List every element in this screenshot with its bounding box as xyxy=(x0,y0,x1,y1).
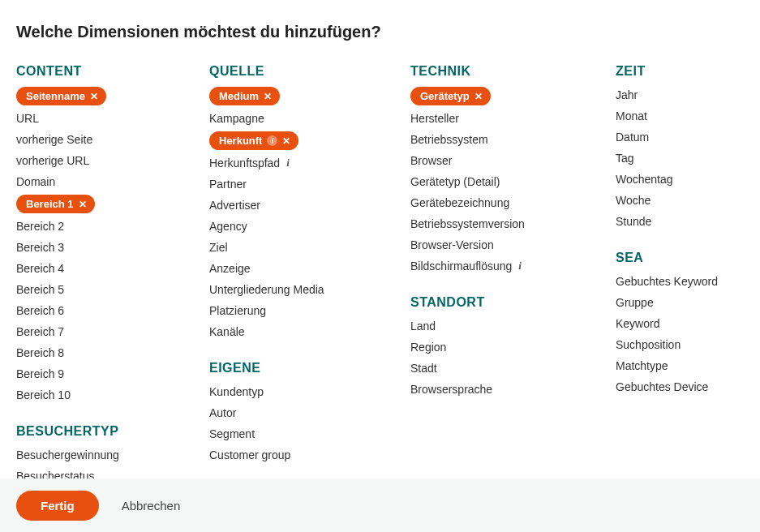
info-icon[interactable]: i xyxy=(286,157,290,169)
dimension-item-label: Autor xyxy=(209,406,236,419)
dimension-item[interactable]: Gerätetyp (Detail) xyxy=(410,174,593,190)
dimension-item[interactable]: Monat xyxy=(616,108,760,124)
dimension-item[interactable]: Partner xyxy=(209,176,388,192)
dimension-item[interactable]: Betriebssystem xyxy=(410,131,593,148)
dimension-item[interactable]: Bereich 9 xyxy=(16,366,187,382)
dimension-item-label: Browsersprache xyxy=(410,383,492,396)
dimension-item[interactable]: Betriebssystemversion xyxy=(410,216,593,232)
dimension-item[interactable]: Woche xyxy=(616,192,760,208)
dimension-item[interactable]: Jahr xyxy=(616,87,760,103)
dimension-item[interactable]: Bereich 7 xyxy=(16,324,187,340)
dimension-item-label: Anzeige xyxy=(209,262,251,275)
dimension-item[interactable]: Gerätebezeichnung xyxy=(410,195,593,211)
dimension-chip[interactable]: Bereich 1✕ xyxy=(16,195,95,213)
dimension-item[interactable]: Tag xyxy=(616,150,760,166)
remove-icon[interactable]: ✕ xyxy=(79,200,87,209)
dimension-item[interactable]: Matchtype xyxy=(616,358,760,374)
group-quelle: QUELLEMedium✕KampagneHerkunfti✕Herkunfts… xyxy=(209,64,388,340)
dimension-item[interactable]: Browser xyxy=(410,152,593,169)
dimension-chip-label: Bereich 1 xyxy=(26,198,74,210)
dimension-item-label: Gebuchtes Device xyxy=(616,380,708,393)
dimension-item-label: Kundentyp xyxy=(209,385,264,398)
dimension-item-label: Bereich 3 xyxy=(16,241,64,254)
dimension-item[interactable]: Platzierung xyxy=(209,302,388,319)
dimension-item-label: Tag xyxy=(616,152,634,165)
remove-icon[interactable]: ✕ xyxy=(282,136,290,146)
dimension-item[interactable]: Gebuchtes Device xyxy=(616,379,760,395)
dimension-item[interactable]: Keyword xyxy=(616,315,760,332)
dimension-item[interactable]: Land xyxy=(410,318,593,334)
dimension-item[interactable]: Kundentyp xyxy=(209,384,388,400)
dimension-chip[interactable]: Herkunfti✕ xyxy=(209,131,298,150)
dimension-item[interactable]: Stunde xyxy=(616,213,760,230)
dimension-item[interactable]: Browser-Version xyxy=(410,237,593,253)
dimension-item[interactable]: Bereich 8 xyxy=(16,345,187,361)
dimension-item[interactable]: Advertiser xyxy=(209,197,388,213)
cancel-button[interactable]: Abbrechen xyxy=(122,499,181,513)
dimension-item[interactable]: Hersteller xyxy=(410,110,593,127)
remove-icon[interactable]: ✕ xyxy=(474,92,483,101)
dimension-item[interactable]: Bildschirmauflösungi xyxy=(410,258,593,274)
dimension-item-label: Untergliederung Media xyxy=(209,283,324,296)
dimension-item[interactable]: Bereich 5 xyxy=(16,281,187,298)
dimension-item[interactable]: Suchposition xyxy=(616,337,760,353)
dimension-item-label: Besucherstatus xyxy=(16,470,95,478)
dimension-chip[interactable]: Gerätetyp✕ xyxy=(410,87,491,105)
dimension-item[interactable]: Kampagne xyxy=(209,110,388,127)
dimension-item[interactable]: Datum xyxy=(616,129,760,145)
dimension-item-label: Bereich 9 xyxy=(16,367,64,380)
info-icon[interactable]: i xyxy=(267,135,277,146)
dimension-chip[interactable]: Medium✕ xyxy=(209,87,280,105)
dimension-chip[interactable]: Seitenname✕ xyxy=(16,87,106,105)
dimension-item-label: Bereich 10 xyxy=(16,388,71,401)
dimension-item-label: Monat xyxy=(616,109,647,122)
group-heading-besuchertyp: BESUCHERTYP xyxy=(16,424,187,439)
dimension-item[interactable]: Browsersprache xyxy=(410,381,593,397)
dimension-item[interactable]: Region xyxy=(410,339,593,355)
dimension-item-label: Stunde xyxy=(616,215,651,228)
dimension-item[interactable]: URL xyxy=(16,110,187,127)
remove-icon[interactable]: ✕ xyxy=(264,92,272,101)
dimension-item[interactable]: Bereich 6 xyxy=(16,302,187,319)
dimension-item[interactable]: Ziel xyxy=(209,239,388,255)
group-heading-standort: STANDORT xyxy=(410,295,593,310)
dimension-item-label: Betriebssystem xyxy=(410,133,488,146)
dimension-item[interactable]: Domain xyxy=(16,174,187,190)
dimension-item[interactable]: Herkunftspfadi xyxy=(209,155,388,171)
group-heading-technik: TECHNIK xyxy=(410,64,593,79)
group-zeit: ZEITJahrMonatDatumTagWochentagWocheStund… xyxy=(616,64,760,230)
dimension-item[interactable]: Autor xyxy=(209,405,388,421)
dimension-item[interactable]: Customer group xyxy=(209,447,388,463)
group-technik: TECHNIKGerätetyp✕HerstellerBetriebssyste… xyxy=(410,64,593,274)
dimension-item[interactable]: Anzeige xyxy=(209,260,388,277)
dimension-item[interactable]: Wochentag xyxy=(616,171,760,187)
dimension-item[interactable]: Besuchergewinnung xyxy=(16,447,187,463)
done-button[interactable]: Fertig xyxy=(16,491,99,521)
dimension-item-label: vorherige URL xyxy=(16,154,89,167)
dimension-item[interactable]: Kanäle xyxy=(209,324,388,340)
dimension-item[interactable]: Bereich 10 xyxy=(16,387,187,403)
dimension-item[interactable]: Bereich 2 xyxy=(16,218,187,234)
group-heading-quelle: QUELLE xyxy=(209,64,388,79)
column-2: QUELLEMedium✕KampagneHerkunfti✕Herkunfts… xyxy=(209,64,388,478)
dimension-item-label: Bereich 7 xyxy=(16,325,64,338)
dimension-item[interactable]: Besucherstatus xyxy=(16,468,187,478)
dimension-item[interactable]: Bereich 3 xyxy=(16,239,187,255)
dimension-item[interactable]: vorherige Seite xyxy=(16,131,187,148)
dimension-item[interactable]: Bereich 4 xyxy=(16,260,187,277)
dimension-item[interactable]: Agency xyxy=(209,218,388,234)
dimension-item[interactable]: Gebuchtes Keyword xyxy=(616,273,760,290)
dimension-item[interactable]: Stadt xyxy=(410,360,593,376)
dimension-item-label: Stadt xyxy=(410,362,437,375)
dimension-item[interactable]: vorherige URL xyxy=(16,152,187,169)
dimension-item-label: Bereich 8 xyxy=(16,346,64,359)
info-icon[interactable]: i xyxy=(518,260,522,272)
dimension-item[interactable]: Untergliederung Media xyxy=(209,281,388,298)
dimension-chip-label: Seitenname xyxy=(26,90,85,102)
dimension-item-label: Land xyxy=(410,320,436,332)
dimension-item[interactable]: Segment xyxy=(209,426,388,442)
remove-icon[interactable]: ✕ xyxy=(90,92,98,101)
group-heading-eigene: EIGENE xyxy=(209,361,388,375)
dimension-item-label: Jahr xyxy=(616,88,638,101)
dimension-item[interactable]: Gruppe xyxy=(616,294,760,311)
